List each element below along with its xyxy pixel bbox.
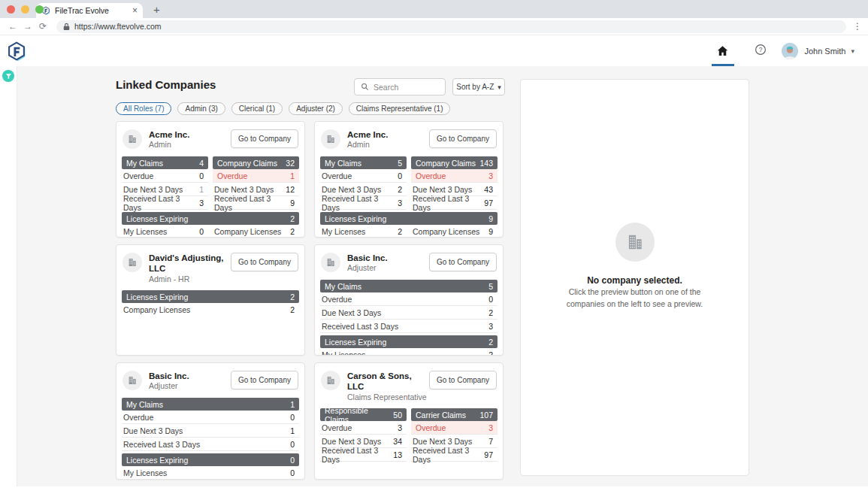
stat-value: 34 xyxy=(393,437,402,446)
stat-value: 3 xyxy=(488,322,493,331)
minimize-window-button[interactable] xyxy=(21,5,29,14)
stat-value: 2 xyxy=(290,305,295,314)
section-header-value: 5 xyxy=(488,282,493,291)
company-role: Adjuster xyxy=(149,381,189,392)
reload-icon[interactable]: ⟳ xyxy=(35,21,50,32)
app-header: ? John Smith ▾ xyxy=(0,35,868,66)
preview-hint-line2: companies on the left to see a preview. xyxy=(567,298,703,310)
new-tab-icon[interactable]: + xyxy=(153,3,160,16)
header-actions: ? John Smith ▾ xyxy=(710,35,854,66)
claims-section: My Claims5Overdue0Due Next 3 Days2Receiv… xyxy=(320,156,498,210)
section-header-label: My Claims xyxy=(126,159,163,168)
home-nav[interactable] xyxy=(710,35,735,66)
user-menu-caret-icon[interactable]: ▾ xyxy=(851,47,854,55)
stat-label: Overdue xyxy=(123,171,153,180)
company-avatar xyxy=(321,371,340,390)
url-bar[interactable]: https://www.ftevolve.com xyxy=(56,20,846,33)
go-to-company-button[interactable]: Go to Company xyxy=(429,253,497,271)
company-card-body: My Claims5Overdue0Due Next 3 Days2Receiv… xyxy=(320,280,498,356)
filter-pill[interactable]: Clerical (1) xyxy=(231,102,283,115)
company-preview-panel: No company selected. Click the preview b… xyxy=(520,79,749,476)
preview-title: No company selected. xyxy=(587,275,682,286)
stat-value: 13 xyxy=(393,450,402,459)
page-title: Linked Companies xyxy=(116,78,216,91)
assist-widget-button[interactable] xyxy=(2,70,14,82)
stat-label: Overdue xyxy=(416,171,446,180)
licenses-cells: My Licenses0Company Licenses2 xyxy=(122,225,299,238)
stat-value: 2 xyxy=(398,185,402,194)
section-header-bar: Licenses Expiring0 xyxy=(122,453,299,466)
search-input[interactable] xyxy=(374,83,434,92)
company-meta: Acme Inc.Admin xyxy=(149,129,189,150)
stat-value: 0 xyxy=(199,227,204,236)
stat-label: Received Last 3 Days xyxy=(413,446,484,464)
avatar[interactable] xyxy=(782,43,798,59)
search-box[interactable] xyxy=(354,78,446,95)
forward-icon[interactable]: → xyxy=(20,21,35,32)
window-controls[interactable] xyxy=(7,5,44,14)
go-to-company-button[interactable]: Go to Company xyxy=(231,129,298,148)
help-icon: ? xyxy=(755,44,767,56)
search-icon xyxy=(361,83,369,91)
stat-row: Received Last 3 Days97 xyxy=(411,448,498,462)
stat-value: 43 xyxy=(484,185,493,194)
close-window-button[interactable] xyxy=(7,5,15,14)
help-button[interactable]: ? xyxy=(755,44,767,59)
stat-row: Received Last 3 Days0 xyxy=(122,438,299,451)
filter-pill[interactable]: Claims Representative (1) xyxy=(349,102,451,115)
stat-row: My Licenses0 xyxy=(122,225,208,238)
stat-label: Due Next 3 Days xyxy=(322,308,381,317)
stat-row: Company Licenses9 xyxy=(411,225,498,238)
stat-row: Received Last 3 Days3 xyxy=(122,196,208,210)
section-header-value: 50 xyxy=(393,411,402,420)
back-icon[interactable]: ← xyxy=(5,21,20,32)
section-header-value: 143 xyxy=(479,159,493,168)
main-content: Linked Companies Sort by A-Z ▾ All Roles… xyxy=(17,66,868,486)
stat-row: Overdue0 xyxy=(122,411,299,424)
section-header-value: 1 xyxy=(290,400,295,409)
section-header-bar: Carrier Claims107 xyxy=(411,408,498,421)
go-to-company-button[interactable]: Go to Company xyxy=(231,371,298,389)
company-meta: Acme Inc.Admin xyxy=(347,129,388,150)
section-header-label: My Claims xyxy=(325,159,361,168)
svg-text:?: ? xyxy=(759,45,763,53)
filter-pill[interactable]: Adjuster (2) xyxy=(289,102,343,115)
stat-label: Due Next 3 Days xyxy=(214,185,274,194)
licenses-cells: My Licenses2Company Licenses9 xyxy=(320,225,498,238)
stat-row: My Licenses2 xyxy=(320,225,407,238)
company-role: Admin xyxy=(347,140,388,150)
claims-column: My Claims5Overdue0Due Next 3 Days2Receiv… xyxy=(320,280,498,333)
filter-pill[interactable]: All Roles (7) xyxy=(116,102,171,115)
go-to-company-button[interactable]: Go to Company xyxy=(429,371,497,389)
company-role: Adjuster xyxy=(347,263,388,274)
claims-column: My Claims4Overdue0Due Next 3 Days1Receiv… xyxy=(122,156,208,210)
company-card: David's Adjusting, LLCAdmin - HRGo to Co… xyxy=(116,244,305,356)
section-header-value: 107 xyxy=(479,411,493,420)
stat-row: Due Next 3 Days1 xyxy=(122,424,299,438)
browser-tab[interactable]: FileTrac Evolve × xyxy=(36,3,143,18)
preview-icon-circle xyxy=(615,223,655,262)
company-card-body: Responsible Claims50Overdue3Due Next 3 D… xyxy=(320,408,498,462)
stat-value: 0 xyxy=(488,295,493,304)
maximize-window-button[interactable] xyxy=(35,5,44,14)
section-header-value: 32 xyxy=(286,159,295,168)
filter-pill[interactable]: Admin (3) xyxy=(177,102,225,115)
go-to-company-button[interactable]: Go to Company xyxy=(429,129,497,148)
go-to-company-button[interactable]: Go to Company xyxy=(231,253,298,271)
section-header-value: 4 xyxy=(199,159,204,168)
section-header-label: Licenses Expiring xyxy=(126,292,188,302)
browser-menu-icon[interactable]: ⋮ xyxy=(852,21,863,32)
stat-label: My Licenses xyxy=(123,227,167,236)
section-header-bar: Company Claims143 xyxy=(411,156,498,169)
sort-button[interactable]: Sort by A-Z ▾ xyxy=(452,78,505,95)
sort-caret-icon: ▾ xyxy=(498,83,501,91)
claims-column: Company Claims32Overdue1Due Next 3 Days1… xyxy=(213,156,299,210)
claims-section: Responsible Claims50Overdue3Due Next 3 D… xyxy=(320,408,498,462)
company-name: Basic Inc. xyxy=(149,371,189,381)
section-header-bar: My Claims5 xyxy=(320,280,498,292)
stat-label: My Licenses xyxy=(322,227,365,236)
stat-value: 0 xyxy=(290,440,295,449)
close-tab-icon[interactable]: × xyxy=(132,6,138,15)
company-card-header: Basic Inc.AdjusterGo to Company xyxy=(122,371,299,392)
section-header-label: My Claims xyxy=(325,282,361,291)
